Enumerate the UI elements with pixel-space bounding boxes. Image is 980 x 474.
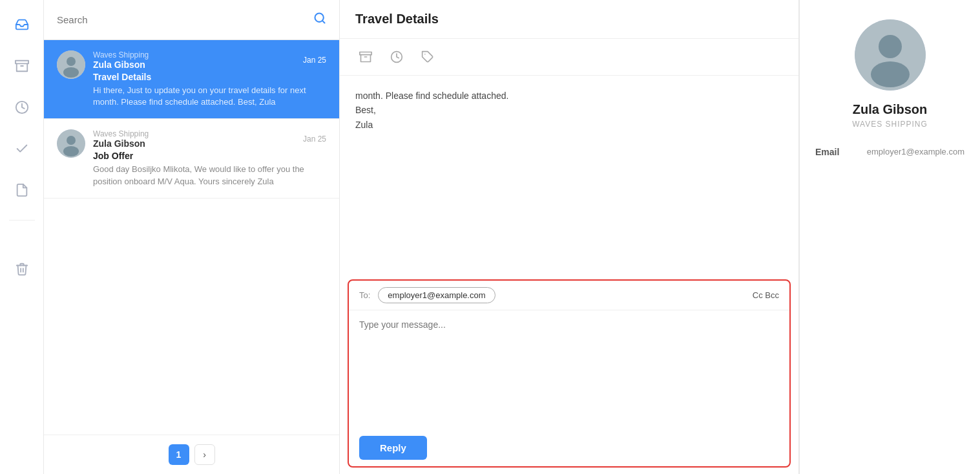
archive-icon[interactable] <box>10 54 34 78</box>
email-subject-1: Travel Details <box>93 72 326 82</box>
detail-title: Travel Details <box>355 12 439 27</box>
sender-company-1: Waves Shipping <box>93 50 149 59</box>
detail-toolbar <box>340 39 798 76</box>
email-content-1: Waves Shipping Zula Gibson Jan 25 Travel… <box>93 50 326 108</box>
email-preview-2: Good day Bosiljko Mlikota, We would like… <box>93 164 326 187</box>
svg-line-4 <box>322 21 325 23</box>
search-button[interactable] <box>313 12 326 28</box>
email-item-1[interactable]: Waves Shipping Zula Gibson Jan 25 Travel… <box>44 40 339 119</box>
svg-point-9 <box>67 136 76 145</box>
contact-name: Zula Gibson <box>853 102 928 117</box>
contact-panel: Zula Gibson WAVES SHIPPING Email employe… <box>799 0 980 474</box>
email-detail-panel: Travel Details month. Please find schedu… <box>340 0 799 474</box>
reply-to-chip[interactable]: employer1@example.com <box>378 287 495 303</box>
reply-compose-box: To: employer1@example.com Cc Bcc Reply <box>348 279 791 468</box>
clock-icon[interactable] <box>10 96 34 119</box>
email-items: Waves Shipping Zula Gibson Jan 25 Travel… <box>44 40 339 435</box>
avatar-1 <box>57 50 85 79</box>
contact-email-label: Email <box>815 147 839 157</box>
body-line-3: Zula <box>355 118 783 132</box>
archive-toolbar-icon[interactable] <box>355 47 376 67</box>
svg-rect-0 <box>15 61 28 64</box>
cc-bcc-toggle[interactable]: Cc Bcc <box>753 290 779 300</box>
contact-company: WAVES SHIPPING <box>852 120 928 129</box>
svg-rect-11 <box>360 52 371 55</box>
reply-to-label: To: <box>359 290 370 300</box>
svg-point-17 <box>871 61 910 87</box>
tag-toolbar-icon[interactable] <box>417 47 438 67</box>
document-icon[interactable] <box>10 178 34 202</box>
search-input[interactable] <box>57 14 307 25</box>
contact-avatar <box>855 19 926 91</box>
sidebar <box>0 0 44 474</box>
svg-point-6 <box>67 57 76 66</box>
check-icon[interactable] <box>10 137 34 160</box>
email-date-1: Jan 25 <box>303 56 326 65</box>
svg-point-16 <box>879 35 902 58</box>
inbox-icon[interactable] <box>10 13 34 36</box>
sender-name-2: Zula Gibson <box>93 138 149 149</box>
email-date-2: Jan 25 <box>303 135 326 144</box>
sender-company-2: Waves Shipping <box>93 129 149 138</box>
trash-icon[interactable] <box>10 257 34 281</box>
body-line-2: Best, <box>355 103 783 117</box>
page-number[interactable]: 1 <box>169 444 189 465</box>
avatar-2 <box>57 129 85 158</box>
clock-toolbar-icon[interactable] <box>386 47 407 67</box>
email-list-panel: Waves Shipping Zula Gibson Jan 25 Travel… <box>44 0 340 474</box>
contact-email-value: employer1@example.com <box>867 147 964 156</box>
sender-name-1: Zula Gibson <box>93 59 149 70</box>
body-line-1: month. Please find schedule attached. <box>355 89 783 103</box>
next-page-button[interactable]: › <box>194 444 215 465</box>
email-subject-2: Job Offer <box>93 151 326 161</box>
svg-point-10 <box>63 146 79 156</box>
reply-message-input[interactable] <box>349 310 789 427</box>
contact-email-row: Email employer1@example.com <box>813 147 967 157</box>
svg-point-7 <box>63 67 79 78</box>
email-item-2[interactable]: Waves Shipping Zula Gibson Jan 25 Job Of… <box>44 119 339 198</box>
email-preview-1: Hi there, Just to update you on your tra… <box>93 85 326 108</box>
pagination: 1 › <box>44 435 339 474</box>
reply-actions: Reply <box>349 429 789 466</box>
email-content-2: Waves Shipping Zula Gibson Jan 25 Job Of… <box>93 129 326 187</box>
detail-body: month. Please find schedule attached. Be… <box>340 76 798 273</box>
reply-to-row: To: employer1@example.com Cc Bcc <box>349 281 789 310</box>
search-bar <box>44 0 339 40</box>
reply-button[interactable]: Reply <box>359 436 427 460</box>
detail-header: Travel Details <box>340 0 798 39</box>
